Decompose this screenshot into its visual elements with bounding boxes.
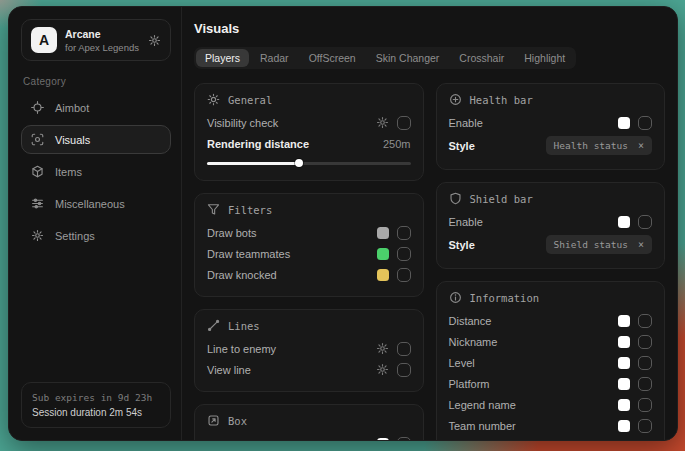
color-swatch[interactable]: [618, 336, 630, 348]
checkbox[interactable]: [638, 314, 652, 328]
slider-track[interactable]: [207, 162, 411, 165]
style-select-health-status[interactable]: Health status×: [546, 136, 652, 155]
card-header: Filters: [207, 203, 411, 216]
row-controls: [618, 419, 652, 433]
checkbox[interactable]: [397, 226, 411, 240]
row-controls: [618, 356, 652, 370]
color-swatch[interactable]: [618, 378, 630, 390]
card-title: Health bar: [470, 94, 533, 106]
session-duration: Session duration 2m 54s: [32, 407, 160, 418]
color-swatch[interactable]: [618, 117, 630, 129]
gear-icon[interactable]: [376, 342, 389, 355]
app-subtitle: for Apex Legends: [65, 42, 140, 53]
row-label: Enable: [449, 216, 483, 228]
row-draw-knocked: Draw knocked: [207, 264, 411, 285]
row-controls: [618, 377, 652, 391]
sidebar-item-visuals[interactable]: Visuals: [21, 125, 171, 154]
color-swatch[interactable]: [377, 227, 389, 239]
main-panel: Visuals PlayersRadarOffScreenSkin Change…: [182, 7, 677, 440]
color-swatch[interactable]: [377, 248, 389, 260]
tab-skin-changer[interactable]: Skin Changer: [367, 49, 449, 67]
cube-icon: [31, 165, 45, 178]
checkbox[interactable]: [638, 377, 652, 391]
cards-column-right: Health barEnableStyleHealth status×Shiel…: [436, 83, 666, 440]
checkbox[interactable]: [638, 215, 652, 229]
row-label: Legend name: [449, 399, 516, 411]
tab-players[interactable]: Players: [196, 49, 249, 67]
gear-icon[interactable]: [376, 363, 389, 376]
color-swatch[interactable]: [618, 420, 630, 432]
checkbox[interactable]: [638, 116, 652, 130]
row-controls: [618, 215, 652, 229]
color-swatch[interactable]: [618, 315, 630, 327]
checkbox[interactable]: [638, 440, 652, 441]
tab-highlight[interactable]: Highlight: [515, 49, 574, 67]
sidebar-item-items[interactable]: Items: [21, 157, 171, 186]
gear-icon[interactable]: [148, 34, 161, 47]
close-icon[interactable]: ×: [638, 140, 644, 151]
checkbox[interactable]: [638, 335, 652, 349]
app-logo-card: A Arcane for Apex Legends: [21, 19, 171, 61]
tab-crosshair[interactable]: Crosshair: [450, 49, 513, 67]
gear-icon: [31, 229, 45, 242]
row-label: Draw teammates: [207, 248, 290, 260]
style-select-shield-status[interactable]: Shield status×: [546, 235, 652, 254]
app-logo: A: [31, 27, 57, 53]
checkbox[interactable]: [397, 247, 411, 261]
sidebar-item-miscellaneous[interactable]: Miscellaneous: [21, 189, 171, 218]
close-icon[interactable]: ×: [638, 239, 644, 250]
style-select-value: Health status: [554, 140, 628, 151]
sidebar-item-label: Items: [55, 166, 82, 178]
row-controls: [377, 226, 411, 240]
row-label: Style: [449, 140, 475, 152]
slider-fill: [207, 162, 299, 165]
card-title: Shield bar: [470, 193, 533, 205]
subscription-expiry: Sub expires in 9d 23h: [32, 392, 160, 403]
tab-offscreen[interactable]: OffScreen: [300, 49, 365, 67]
row-label: Visibility check: [207, 117, 278, 129]
style-select-value: Shield status: [554, 239, 628, 250]
tab-radar[interactable]: Radar: [251, 49, 298, 67]
sidebar-item-settings[interactable]: Settings: [21, 221, 171, 250]
checkbox[interactable]: [397, 363, 411, 377]
checkbox[interactable]: [638, 356, 652, 370]
sidebar-item-aimbot[interactable]: Aimbot: [21, 93, 171, 122]
row-controls: [376, 116, 411, 130]
checkbox[interactable]: [397, 342, 411, 356]
row-controls: [618, 440, 652, 441]
card-health-bar: Health barEnableStyleHealth status×: [436, 83, 666, 170]
row-label: Nickname: [449, 336, 498, 348]
row-platform: Platform: [449, 373, 653, 394]
row-controls: [376, 363, 411, 377]
card-title: General: [228, 94, 272, 106]
card-header: Shield bar: [449, 192, 653, 205]
desktop-background: A Arcane for Apex Legends Category Aimbo…: [0, 0, 685, 451]
color-swatch[interactable]: [377, 269, 389, 281]
checkbox[interactable]: [397, 116, 411, 130]
visuals-icon: [31, 133, 45, 146]
gear-icon[interactable]: [376, 116, 389, 129]
row-label: Line to enemy: [207, 343, 276, 355]
color-swatch[interactable]: [618, 216, 630, 228]
checkbox[interactable]: [638, 419, 652, 433]
info-icon: [449, 291, 462, 304]
color-swatch[interactable]: [618, 399, 630, 411]
card-filters: FiltersDraw botsDraw teammatesDraw knock…: [194, 193, 424, 297]
checkbox[interactable]: [397, 437, 411, 441]
slider-thumb[interactable]: [295, 159, 303, 167]
row-line-to-enemy: Line to enemy: [207, 338, 411, 359]
checkbox[interactable]: [397, 268, 411, 282]
card-header: Lines: [207, 319, 411, 332]
row-label: Platform: [449, 378, 490, 390]
slider[interactable]: [207, 157, 411, 169]
card-title: Lines: [228, 320, 260, 332]
card-box: BoxEnableEnable background: [194, 404, 424, 440]
color-swatch[interactable]: [618, 357, 630, 369]
row-label: Enable: [449, 117, 483, 129]
card-general: GeneralVisibility checkRendering distanc…: [194, 83, 424, 181]
tab-bar: PlayersRadarOffScreenSkin ChangerCrossha…: [194, 47, 576, 69]
row-label: View line: [207, 364, 251, 376]
color-swatch[interactable]: [377, 438, 389, 441]
checkbox[interactable]: [638, 398, 652, 412]
sliders-icon: [31, 197, 45, 210]
